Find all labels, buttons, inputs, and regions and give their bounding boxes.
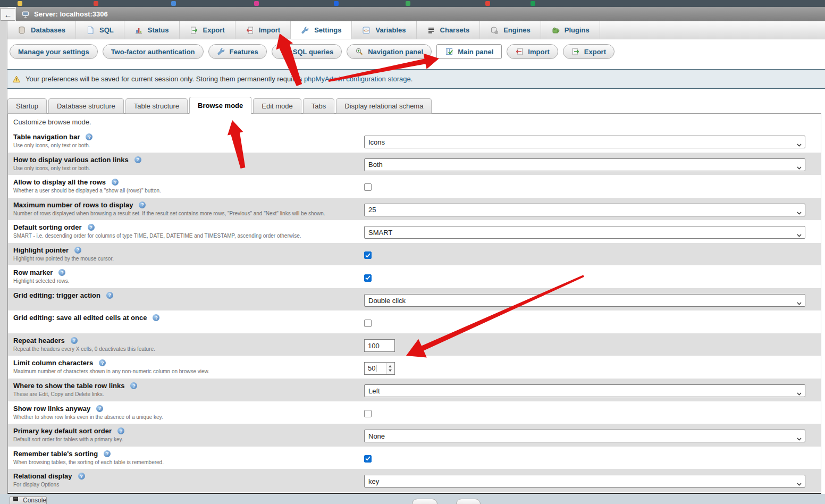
setting-label: Relational display [13, 472, 72, 480]
setting-description: SMART - i.e. descending order for column… [13, 233, 364, 239]
setting-row-allow-to-display-all-the-rows: Allow to display all the rows?Whether a … [8, 175, 821, 198]
subnav-sql-queries[interactable]: SQL queries [272, 44, 342, 59]
subnav-features[interactable]: Features [208, 44, 267, 59]
server-icon [21, 10, 30, 19]
config-storage-link[interactable]: phpMyAdmin configuration storage [304, 75, 411, 83]
settings-tab-browse-mode[interactable]: Browse mode [189, 97, 251, 114]
show-row-links-anyway-checkbox[interactable] [364, 410, 372, 417]
select-value: 25 [368, 206, 376, 214]
table-navigation-bar-select[interactable]: Icons [364, 136, 805, 148]
main-tab-sql[interactable]: SQL [76, 21, 124, 39]
settings-tab-startup[interactable]: Startup [7, 98, 47, 114]
select-value: SMART [368, 229, 392, 237]
settings-sub-nav: Manage your settingsTwo-factor authentic… [7, 39, 825, 69]
setting-row-show-row-links-anyway: Show row links anyway?Whether to show ro… [8, 401, 821, 424]
help-icon[interactable]: ? [88, 224, 95, 231]
help-icon[interactable]: ? [58, 269, 65, 276]
setting-label: Highlight pointer [13, 246, 69, 254]
bookmark-red-icon[interactable] [94, 1, 98, 6]
reset-button-partial[interactable] [456, 499, 481, 504]
help-icon[interactable]: ? [71, 337, 78, 344]
subnav-main-panel[interactable]: Main panel [436, 44, 502, 59]
help-icon[interactable]: ? [130, 382, 137, 389]
select-value: Both [368, 161, 383, 169]
main-tab-databases[interactable]: Databases [7, 21, 76, 39]
subnav-import[interactable]: Import [507, 44, 558, 59]
highlight-pointer-checkbox[interactable] [364, 251, 372, 259]
help-icon[interactable]: ? [153, 314, 159, 321]
grid-editing-save-all-edited-cells-at-once-checkbox[interactable] [364, 320, 372, 327]
main-tab-status[interactable]: Status [124, 21, 180, 39]
allow-to-display-all-the-rows-checkbox[interactable] [364, 183, 372, 191]
help-icon[interactable]: ? [86, 133, 92, 140]
setting-label: Limit column characters [13, 359, 93, 367]
bookmark-green-check-icon[interactable] [406, 1, 410, 6]
bookmark-red-square-icon[interactable] [485, 1, 490, 6]
help-icon[interactable]: ? [99, 359, 106, 366]
bookmark-green-square-icon[interactable] [531, 1, 535, 6]
subnav-manage-your-settings[interactable]: Manage your settings [10, 44, 98, 59]
settings-tab-edit-mode[interactable]: Edit mode [253, 98, 301, 114]
main-tab-plugins[interactable]: Plugins [541, 21, 600, 39]
primary-key-default-sort-order-select[interactable]: None [364, 430, 805, 442]
subnav-label: Export [584, 48, 606, 56]
maximum-number-of-rows-to-display-select[interactable]: 25 [364, 204, 805, 216]
select-value: Left [368, 387, 380, 395]
default-sorting-order-select[interactable]: SMART [364, 226, 805, 239]
apply-button-partial[interactable] [412, 499, 437, 504]
where-to-show-the-table-row-links-select[interactable]: Left [364, 384, 805, 397]
how-to-display-various-action-links-select[interactable]: Both [364, 158, 805, 171]
settings-tab-display-relational-schema[interactable]: Display relational schema [336, 98, 432, 114]
help-icon[interactable]: ? [78, 473, 85, 480]
remember-table-s-sorting-checkbox[interactable] [364, 455, 372, 463]
main-tab-export[interactable]: Export [180, 21, 235, 39]
subnav-export[interactable]: Export [563, 44, 614, 59]
setting-row-table-navigation-bar: Table navigation bar?Use only icons, onl… [8, 130, 821, 153]
relational-display-select[interactable]: key [364, 475, 805, 488]
help-icon[interactable]: ? [106, 292, 113, 299]
help-icon[interactable]: ? [134, 156, 141, 163]
main-tab-label: Engines [503, 26, 531, 34]
row-marker-checkbox[interactable] [364, 274, 372, 282]
collapsed-nav-rail[interactable] [0, 7, 7, 504]
help-icon[interactable]: ? [117, 427, 124, 434]
main-tab-charsets[interactable]: Charsets [417, 21, 481, 39]
setting-label: Table navigation bar [13, 133, 80, 141]
help-icon[interactable]: ? [96, 405, 103, 412]
limit-column-characters-stepper[interactable] [386, 363, 394, 374]
grid-editing-trigger-action-select[interactable]: Double click [364, 294, 805, 307]
help-icon[interactable]: ? [112, 179, 119, 186]
help-icon[interactable]: ? [74, 247, 81, 254]
setting-row-remember-table-s-sorting: Remember table's sorting?When browsing t… [8, 447, 821, 469]
main-tab-label: Import [259, 26, 280, 34]
setting-description: Default sort order for tables with a pri… [13, 436, 364, 442]
back-button[interactable]: ← [1, 8, 15, 21]
main-tab-import[interactable]: Import [235, 21, 291, 39]
bookmark-blue-icon[interactable] [171, 1, 176, 6]
main-tab-variables[interactable]: <>Variables [352, 21, 416, 39]
settings-tab-table-structure[interactable]: Table structure [125, 98, 188, 114]
select-value: Double click [368, 297, 406, 305]
settings-tab-tabs[interactable]: Tabs [303, 98, 334, 114]
select-value: None [368, 432, 385, 440]
bookmark-yellow-folder-icon[interactable] [18, 1, 22, 6]
help-icon[interactable]: ? [104, 450, 111, 457]
bookmark-blue-square-icon[interactable] [334, 1, 339, 6]
settings-tab-database-structure[interactable]: Database structure [48, 98, 124, 114]
setting-description: Highlight selected rows. [13, 278, 364, 284]
console-tab[interactable]: Console [10, 496, 47, 504]
bookmark-pink-icon[interactable] [254, 1, 259, 6]
subnav-two-factor-authentication[interactable]: Two-factor authentication [103, 44, 204, 59]
repeat-headers-input[interactable]: 100 [364, 339, 395, 352]
help-icon[interactable]: ? [139, 201, 146, 208]
subnav-navigation-panel[interactable]: Navigation panel [347, 44, 432, 59]
main-tab-label: Export [203, 26, 225, 34]
settings-tab-bar: StartupDatabase structureTable structure… [7, 97, 432, 114]
limit-column-characters-input[interactable]: 50 [364, 362, 395, 375]
main-tab-engines[interactable]: Engines [480, 21, 541, 39]
subnav-label: Main panel [458, 48, 493, 56]
main-tab-label: Settings [314, 26, 341, 34]
main-tab-settings[interactable]: Settings [291, 21, 352, 39]
setting-row-row-marker: Row marker?Highlight selected rows. [8, 265, 821, 288]
subnav-label: Navigation panel [368, 48, 423, 56]
